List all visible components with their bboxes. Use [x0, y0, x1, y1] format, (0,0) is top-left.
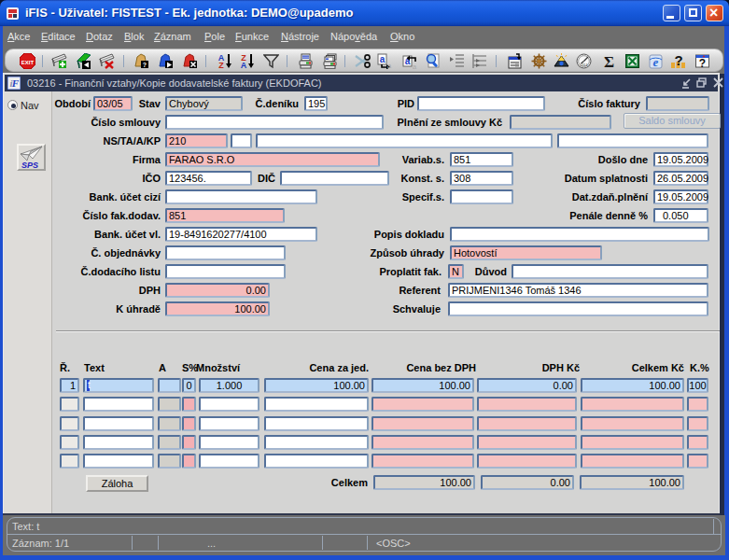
- svg-text:a: a: [387, 62, 392, 69]
- svg-text:a: a: [413, 63, 417, 69]
- svg-text:?: ?: [143, 62, 147, 68]
- svg-text:?: ?: [674, 53, 682, 68]
- svg-text:Σ: Σ: [604, 53, 614, 69]
- svg-text:EXIT: EXIT: [21, 60, 35, 65]
- svg-text:1314: 1314: [581, 63, 588, 67]
- svg-text:F: F: [11, 77, 20, 89]
- svg-text:a: a: [380, 54, 386, 64]
- svg-text:Z: Z: [218, 61, 224, 69]
- svg-text:A: A: [241, 61, 247, 69]
- svg-text:e: e: [653, 55, 659, 69]
- svg-text:?: ?: [699, 57, 706, 69]
